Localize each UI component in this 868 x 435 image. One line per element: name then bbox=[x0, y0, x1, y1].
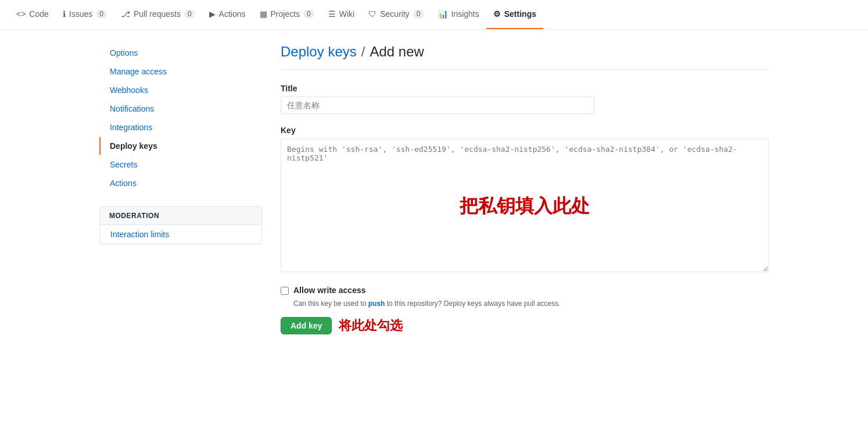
nav-projects-label: Projects bbox=[271, 9, 300, 19]
nav-security-label: Security bbox=[380, 9, 410, 19]
page-layout: Options Manage access Webhooks Notificat… bbox=[85, 44, 783, 334]
content-divider bbox=[281, 69, 769, 70]
sidebar: Options Manage access Webhooks Notificat… bbox=[99, 44, 262, 334]
nav-actions-label: Actions bbox=[219, 9, 246, 19]
breadcrumb: Deploy keys / Add new bbox=[281, 44, 769, 60]
key-label: Key bbox=[281, 126, 769, 135]
sidebar-item-integrations[interactable]: Integrations bbox=[99, 118, 262, 137]
nav-insights[interactable]: 📊 Insights bbox=[431, 0, 486, 29]
insights-icon: 📊 bbox=[438, 9, 448, 19]
pull-requests-badge: 0 bbox=[184, 10, 195, 18]
nav-pull-requests[interactable]: ⎇ Pull requests 0 bbox=[114, 0, 202, 29]
sidebar-item-options[interactable]: Options bbox=[99, 44, 262, 62]
main-content: Deploy keys / Add new Title Key 把私钥填入此处 … bbox=[281, 44, 769, 334]
wiki-icon: ☰ bbox=[328, 9, 336, 19]
title-input[interactable] bbox=[281, 97, 594, 114]
title-form-group: Title bbox=[281, 84, 769, 114]
nav-issues[interactable]: ℹ Issues 0 bbox=[56, 0, 114, 29]
nav-security[interactable]: 🛡 Security 0 bbox=[361, 0, 431, 29]
top-nav: <> Code ℹ Issues 0 ⎇ Pull requests 0 ▶ A… bbox=[0, 0, 868, 30]
write-access-section: Allow write access Can this key be used … bbox=[281, 286, 769, 308]
breadcrumb-separator: / bbox=[361, 44, 365, 60]
nav-actions[interactable]: ▶ Actions bbox=[202, 0, 253, 29]
sidebar-moderation-group: Interaction limits bbox=[99, 225, 262, 244]
title-label: Title bbox=[281, 84, 769, 93]
write-access-checkbox[interactable] bbox=[281, 287, 289, 295]
security-badge: 0 bbox=[413, 10, 424, 18]
sidebar-item-webhooks[interactable]: Webhooks bbox=[99, 81, 262, 99]
nav-settings[interactable]: ⚙ Settings bbox=[486, 0, 543, 29]
nav-code-label: Code bbox=[29, 9, 48, 19]
projects-badge: 0 bbox=[303, 10, 314, 18]
pull-requests-icon: ⎇ bbox=[121, 9, 130, 19]
actions-icon: ▶ bbox=[209, 9, 216, 19]
nav-settings-label: Settings bbox=[504, 9, 536, 19]
issues-icon: ℹ bbox=[63, 9, 66, 19]
code-icon: <> bbox=[16, 9, 26, 19]
nav-wiki-label: Wiki bbox=[339, 9, 354, 19]
key-textarea[interactable] bbox=[281, 138, 769, 272]
sidebar-item-actions[interactable]: Actions bbox=[99, 174, 262, 192]
sidebar-main-group: Options Manage access Webhooks Notificat… bbox=[99, 44, 262, 192]
sidebar-item-notifications[interactable]: Notifications bbox=[99, 99, 262, 118]
nav-pull-requests-label: Pull requests bbox=[134, 9, 181, 19]
nav-issues-label: Issues bbox=[69, 9, 92, 19]
add-key-button[interactable]: Add key bbox=[281, 317, 332, 334]
write-access-checkbox-row: Allow write access bbox=[281, 286, 769, 295]
checkbox-annotation: 将此处勾选 bbox=[339, 317, 403, 334]
sidebar-moderation-section: Moderation Interaction limits bbox=[99, 206, 262, 244]
key-form-group: Key 把私钥填入此处 bbox=[281, 126, 769, 274]
settings-icon: ⚙ bbox=[493, 9, 501, 19]
add-key-row: Add key 将此处勾选 bbox=[281, 317, 769, 334]
sidebar-item-manage-access[interactable]: Manage access bbox=[99, 62, 262, 81]
security-icon: 🛡 bbox=[368, 9, 376, 19]
sidebar-item-deploy-keys[interactable]: Deploy keys bbox=[99, 137, 262, 155]
key-textarea-wrapper: 把私钥填入此处 bbox=[281, 138, 769, 274]
sidebar-item-interaction-limits[interactable]: Interaction limits bbox=[100, 225, 261, 244]
nav-code[interactable]: <> Code bbox=[9, 0, 56, 29]
projects-icon: ▦ bbox=[260, 9, 267, 19]
nav-projects[interactable]: ▦ Projects 0 bbox=[253, 0, 321, 29]
nav-wiki[interactable]: ☰ Wiki bbox=[321, 0, 361, 29]
breadcrumb-link[interactable]: Deploy keys bbox=[281, 44, 357, 60]
sidebar-item-secrets[interactable]: Secrets bbox=[99, 155, 262, 174]
nav-insights-label: Insights bbox=[451, 9, 479, 19]
write-access-label[interactable]: Allow write access bbox=[293, 286, 366, 295]
sidebar-moderation-header: Moderation bbox=[99, 206, 262, 225]
breadcrumb-current: Add new bbox=[370, 44, 424, 60]
issues-badge: 0 bbox=[96, 10, 107, 18]
write-access-description: Can this key be used to push to this rep… bbox=[293, 299, 769, 308]
